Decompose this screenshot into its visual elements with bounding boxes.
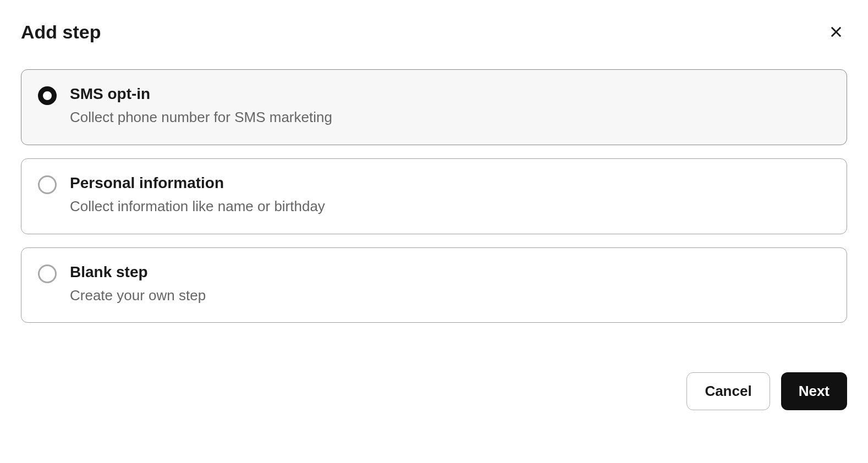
close-button[interactable] [825, 21, 847, 43]
option-personal-information[interactable]: Personal information Collect information… [21, 158, 847, 234]
next-button[interactable]: Next [781, 372, 847, 410]
option-sms-opt-in[interactable]: SMS opt-in Collect phone number for SMS … [21, 69, 847, 145]
radio-unchecked-icon [38, 264, 57, 283]
option-title: SMS opt-in [70, 85, 332, 103]
option-title: Blank step [70, 263, 206, 281]
option-text: Blank step Create your own step [70, 263, 206, 305]
option-text: SMS opt-in Collect phone number for SMS … [70, 85, 332, 127]
radio-checked-icon [38, 86, 57, 105]
close-icon [828, 24, 844, 40]
dialog-footer: Cancel Next [21, 372, 847, 410]
options-list: SMS opt-in Collect phone number for SMS … [21, 69, 847, 323]
dialog-header: Add step [21, 21, 847, 43]
option-description: Collect information like name or birthda… [70, 197, 325, 216]
option-description: Create your own step [70, 286, 206, 305]
cancel-button[interactable]: Cancel [686, 372, 770, 410]
radio-unchecked-icon [38, 175, 57, 194]
option-text: Personal information Collect information… [70, 174, 325, 216]
option-description: Collect phone number for SMS marketing [70, 108, 332, 127]
option-blank-step[interactable]: Blank step Create your own step [21, 247, 847, 323]
option-title: Personal information [70, 174, 325, 192]
dialog-title: Add step [21, 21, 101, 43]
